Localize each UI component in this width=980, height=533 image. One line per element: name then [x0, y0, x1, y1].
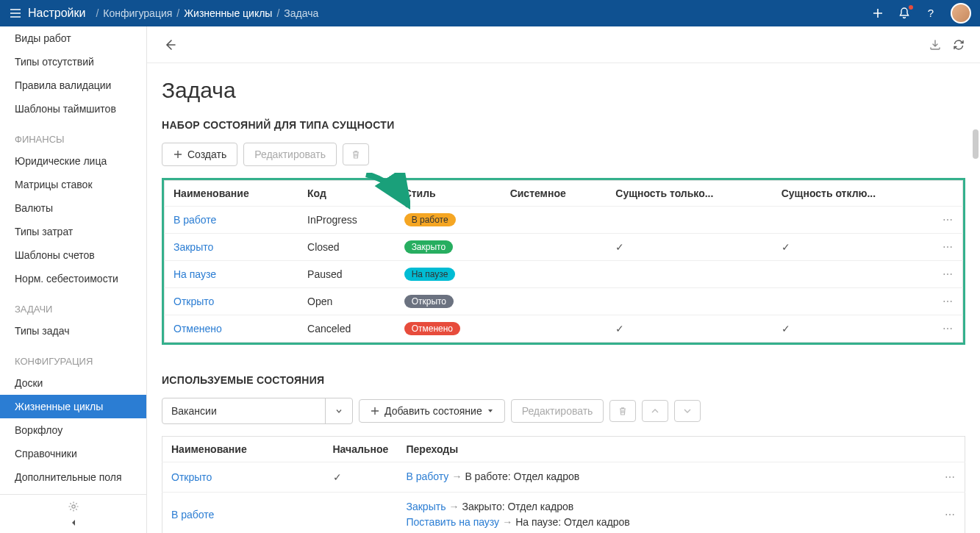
- scrollbar[interactable]: [973, 129, 979, 159]
- subheader: [147, 26, 980, 63]
- readonly-flag: [607, 261, 772, 288]
- table-row[interactable]: Открыто✓В работу→В работе: Отдел кадров⋯: [162, 462, 965, 493]
- table-header[interactable]: Стиль: [396, 181, 501, 207]
- states-table-highlight: НаименованиеКодСтильСистемноеСущность то…: [162, 178, 965, 345]
- help-icon[interactable]: ?: [924, 7, 937, 20]
- transition-link[interactable]: В работу: [407, 471, 449, 482]
- back-arrow-icon[interactable]: [162, 37, 178, 53]
- table-header[interactable]: Наименование: [162, 437, 324, 462]
- sidebar-item[interactable]: Справочники: [0, 442, 146, 465]
- sidebar-section-head: ЗАДАЧИ: [0, 290, 146, 319]
- sidebar-item[interactable]: Типы задач: [0, 319, 146, 343]
- row-menu-icon[interactable]: ⋯: [934, 234, 963, 261]
- used-states-heading: ИСПОЛЬЗУЕМЫЕ СОСТОЯНИЯ: [162, 374, 965, 386]
- collapse-sidebar-icon[interactable]: [69, 518, 78, 527]
- gear-icon[interactable]: [68, 501, 79, 512]
- used-state-link[interactable]: Открыто: [171, 471, 212, 483]
- notification-dot: [909, 5, 913, 10]
- move-down-button[interactable]: [674, 400, 701, 422]
- table-header[interactable]: Код: [298, 181, 396, 207]
- state-name-link[interactable]: На паузе: [174, 268, 216, 280]
- sidebar-item[interactable]: Матрицы ставок: [0, 173, 146, 196]
- transition-target: В работе: Отдел кадров: [465, 471, 579, 482]
- states-table: НаименованиеКодСтильСистемноеСущность то…: [164, 180, 963, 343]
- sidebar-item[interactable]: Валюты: [0, 196, 146, 220]
- delete-button[interactable]: [343, 143, 369, 165]
- table-header[interactable]: Системное: [501, 181, 607, 207]
- add-state-button[interactable]: Добавить состояние: [359, 399, 505, 423]
- plus-icon[interactable]: [871, 7, 884, 20]
- edit-state-button[interactable]: Редактировать: [511, 399, 604, 423]
- row-menu-icon[interactable]: ⋯: [934, 207, 963, 234]
- sidebar-item[interactable]: Дополнительные поля: [0, 465, 146, 489]
- app-header: Настройки / Конфигурация / Жизненные цик…: [0, 0, 980, 26]
- sidebar-item[interactable]: Норм. себестоимости: [0, 267, 146, 290]
- create-button[interactable]: Создать: [162, 143, 237, 166]
- sidebar-item[interactable]: Виды работ: [0, 26, 146, 50]
- used-states-table: НаименованиеНачальноеПереходы Открыто✓В …: [162, 436, 965, 533]
- transition-link[interactable]: Закрыть: [407, 501, 446, 512]
- row-menu-icon[interactable]: ⋯: [934, 288, 963, 315]
- table-header[interactable]: Сущность только...: [607, 181, 772, 207]
- transition-link[interactable]: Поставить на паузу: [407, 516, 500, 528]
- state-name-link[interactable]: Отменено: [174, 323, 222, 335]
- hamburger-icon[interactable]: [9, 7, 22, 20]
- state-name-link[interactable]: Закрыто: [174, 241, 213, 253]
- table-row[interactable]: ОтмененоCanceledОтменено✓✓⋯: [165, 315, 963, 343]
- refresh-icon[interactable]: [952, 38, 965, 51]
- bell-icon[interactable]: [898, 7, 911, 20]
- sidebar-item[interactable]: Шаблоны таймшитов: [0, 97, 146, 121]
- disabled-flag: ✓: [773, 234, 934, 261]
- sidebar-item[interactable]: Правила валидации: [0, 74, 146, 97]
- table-header[interactable]: Сущность отклю...: [773, 181, 934, 207]
- table-header[interactable]: Наименование: [165, 181, 299, 207]
- transitions-cell: Закрыть→Закрыто: Отдел кадровПоставить н…: [398, 492, 936, 533]
- row-menu-icon[interactable]: ⋯: [936, 492, 965, 533]
- sidebar-item[interactable]: Жизненные циклы: [0, 395, 146, 418]
- state-name-link[interactable]: В работе: [174, 214, 216, 226]
- table-row[interactable]: На паузеPausedНа паузе⋯: [165, 261, 963, 288]
- state-code: InProgress: [298, 207, 396, 234]
- system-flag: [501, 207, 607, 234]
- download-icon[interactable]: [929, 38, 942, 51]
- transitions-cell: В работу→В работе: Отдел кадров: [398, 462, 936, 493]
- add-state-label: Добавить состояние: [385, 405, 482, 417]
- row-menu-icon[interactable]: ⋯: [934, 261, 963, 288]
- breadcrumb-item[interactable]: Конфигурация: [103, 7, 172, 19]
- state-code: Closed: [298, 234, 396, 261]
- entity-select[interactable]: Вакансии: [162, 398, 353, 424]
- sidebar-item[interactable]: Типы отсутствий: [0, 50, 146, 74]
- table-row[interactable]: В работеInProgressВ работе⋯: [165, 207, 963, 234]
- table-row[interactable]: В работеЗакрыть→Закрыто: Отдел кадровПос…: [162, 492, 965, 533]
- readonly-flag: ✓: [607, 315, 772, 343]
- state-name-link[interactable]: Открыто: [174, 296, 214, 307]
- avatar[interactable]: [951, 3, 971, 24]
- sidebar: Виды работТипы отсутствийПравила валидац…: [0, 26, 147, 533]
- row-menu-icon[interactable]: ⋯: [936, 462, 965, 493]
- table-header[interactable]: Переходы: [398, 437, 936, 462]
- row-menu-icon[interactable]: ⋯: [934, 315, 963, 343]
- table-row[interactable]: ЗакрытоClosedЗакрыто✓✓⋯: [165, 234, 963, 261]
- svg-text:?: ?: [928, 7, 934, 19]
- state-code: Open: [298, 288, 396, 315]
- edit-state-label: Редактировать: [522, 405, 593, 417]
- breadcrumb-item[interactable]: Жизненные циклы: [184, 7, 272, 19]
- breadcrumb-item[interactable]: Задача: [284, 7, 318, 19]
- sidebar-item[interactable]: Воркфлоу: [0, 418, 146, 442]
- sidebar-item[interactable]: Шаблоны счетов: [0, 243, 146, 267]
- edit-button-label: Редактировать: [254, 149, 326, 160]
- sidebar-item[interactable]: Юридические лица: [0, 149, 146, 173]
- sidebar-item[interactable]: Доски: [0, 371, 146, 395]
- sidebar-item[interactable]: Типы затрат: [0, 220, 146, 243]
- used-state-link[interactable]: В работе: [171, 509, 214, 521]
- delete-state-button[interactable]: [609, 400, 636, 422]
- move-up-button[interactable]: [642, 400, 668, 422]
- table-row[interactable]: ОткрытоOpenОткрыто⋯: [165, 288, 963, 315]
- chevron-down-icon[interactable]: [325, 398, 352, 423]
- edit-button[interactable]: Редактировать: [243, 143, 337, 166]
- system-flag: [501, 261, 607, 288]
- disabled-flag: ✓: [773, 315, 934, 343]
- system-flag: [501, 234, 607, 261]
- sidebar-section-head: КОНФИГУРАЦИЯ: [0, 343, 146, 371]
- table-header[interactable]: Начальное: [324, 437, 398, 462]
